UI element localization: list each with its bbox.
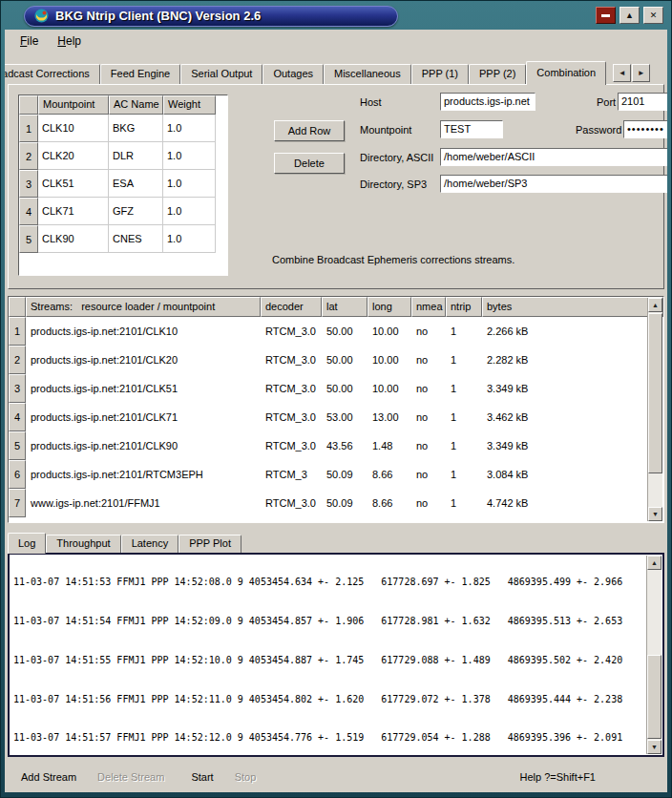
stream-lat[interactable]: 43.56 <box>322 431 368 460</box>
col-header-streams[interactable]: Streams: resource loader / mountpoint <box>26 297 261 317</box>
stream-bytes[interactable]: 3.084 kB <box>482 460 533 489</box>
stream-decoder[interactable]: RTCM_3.0 <box>261 374 322 403</box>
log-area[interactable]: 11-03-07 14:51:53 FFMJ1 PPP 14:52:08.0 9… <box>8 553 664 757</box>
cell-mountpoint[interactable]: CLK51 <box>38 170 109 198</box>
stream-lat[interactable]: 50.00 <box>322 374 368 403</box>
cell-mountpoint[interactable]: CLK71 <box>38 198 109 225</box>
cell-ac-name[interactable]: ESA <box>109 170 163 198</box>
col-header-ac-name[interactable]: AC Name <box>109 95 163 115</box>
stream-source[interactable]: products.igs-ip.net:2101/CLK51 <box>26 374 261 403</box>
dir-sp3-input[interactable]: /home/weber/SP3 <box>440 175 667 193</box>
tab-scroll-left-button[interactable]: ◄ <box>613 64 631 82</box>
cell-mountpoint[interactable]: CLK10 <box>38 115 109 142</box>
stream-row[interactable]: 7 www.igs-ip.net:2101/FFMJ1 RTCM_3.0 50.… <box>9 489 663 517</box>
password-input[interactable]: •••••••• <box>623 120 667 138</box>
tab-throughput[interactable]: Throughput <box>46 535 120 553</box>
stop-button[interactable]: Stop <box>229 768 262 786</box>
dir-ascii-input[interactable]: /home/weber/ASCII <box>440 148 667 166</box>
cell-weight[interactable]: 1.0 <box>163 142 216 170</box>
stream-ntrip[interactable]: 1 <box>446 489 482 517</box>
stream-bytes[interactable]: 3.462 kB <box>482 403 533 431</box>
menu-file[interactable]: File <box>11 32 47 50</box>
stream-decoder[interactable]: RTCM_3.0 <box>261 489 322 517</box>
tab-scroll-right-button[interactable]: ► <box>632 64 650 82</box>
tab-combination[interactable]: Combination <box>526 61 606 85</box>
stream-source[interactable]: products.igs-ip.net:2101/CLK90 <box>26 431 261 460</box>
cell-mountpoint[interactable]: CLK20 <box>38 142 109 170</box>
combination-row[interactable]: 5 CLK90 CNES 1.0 <box>19 225 227 253</box>
scrollbar-thumb[interactable] <box>647 655 662 739</box>
stream-bytes[interactable]: 4.742 kB <box>482 489 533 517</box>
tab-ppp-2[interactable]: PPP (2) <box>469 64 526 84</box>
log-scrollbar[interactable]: ▲ ▼ <box>646 556 662 754</box>
col-header-long[interactable]: long <box>368 297 411 317</box>
streams-table[interactable]: Streams: resource loader / mountpoint de… <box>8 296 664 523</box>
cell-weight[interactable]: 1.0 <box>163 115 216 142</box>
stream-bytes[interactable]: 2.282 kB <box>482 346 533 374</box>
stream-row[interactable]: 2 products.igs-ip.net:2101/CLK20 RTCM_3.… <box>9 346 663 374</box>
col-header-mountpoint[interactable]: Mountpoint <box>38 95 109 115</box>
combination-row[interactable]: 3 CLK51 ESA 1.0 <box>19 170 227 198</box>
scroll-up-icon[interactable]: ▲ <box>648 298 662 312</box>
tab-outages[interactable]: Outages <box>262 64 324 84</box>
stream-source[interactable]: products.igs-ip.net:2101/CLK20 <box>26 346 261 374</box>
col-header-decoder[interactable]: decoder <box>261 297 322 317</box>
stream-ntrip[interactable]: 1 <box>446 374 482 403</box>
combination-row[interactable]: 4 CLK71 GFZ 1.0 <box>19 198 227 225</box>
col-header-weight[interactable]: Weight <box>163 95 216 115</box>
col-header-nmea[interactable]: nmea <box>411 297 446 317</box>
stream-nmea[interactable]: no <box>411 460 446 489</box>
help-button[interactable]: Help ?=Shift+F1 <box>514 768 602 786</box>
stream-lat[interactable]: 53.00 <box>322 403 368 431</box>
minimize-button[interactable] <box>596 7 616 24</box>
tab-log[interactable]: Log <box>8 533 46 554</box>
streams-scrollbar[interactable]: ▲ ▼ <box>647 298 662 521</box>
tab-miscellaneous[interactable]: Miscellaneous <box>324 64 411 84</box>
tab-serial-output[interactable]: Serial Output <box>180 64 262 84</box>
stream-long[interactable]: 10.00 <box>368 374 411 403</box>
stream-decoder[interactable]: RTCM_3.0 <box>261 403 322 431</box>
stream-long[interactable]: 10.00 <box>368 346 411 374</box>
stream-source[interactable]: www.igs-ip.net:2101/FFMJ1 <box>26 489 261 517</box>
stream-decoder[interactable]: RTCM_3.0 <box>261 431 322 460</box>
stream-bytes[interactable]: 3.349 kB <box>482 374 533 403</box>
tab-broadcast-corrections[interactable]: Broadcast Corrections <box>5 64 100 84</box>
close-button[interactable]: ✕ <box>643 7 663 24</box>
stream-ntrip[interactable]: 1 <box>446 317 482 346</box>
delete-button[interactable]: Delete <box>274 153 345 174</box>
menu-help[interactable]: Help <box>49 32 90 50</box>
stream-nmea[interactable]: no <box>411 489 446 517</box>
combination-row[interactable]: 1 CLK10 BKG 1.0 <box>19 115 227 142</box>
stream-nmea[interactable]: no <box>411 317 446 346</box>
combination-row[interactable]: 2 CLK20 DLR 1.0 <box>19 142 227 170</box>
scroll-down-icon[interactable]: ▼ <box>647 740 662 754</box>
stream-row[interactable]: 6 products.igs-ip.net:2101/RTCM3EPH RTCM… <box>9 460 663 489</box>
cell-ac-name[interactable]: CNES <box>109 225 163 253</box>
stream-ntrip[interactable]: 1 <box>446 403 482 431</box>
col-header-bytes[interactable]: bytes <box>482 297 663 317</box>
start-button[interactable]: Start <box>185 768 219 786</box>
stream-row[interactable]: 4 products.igs-ip.net:2101/CLK71 RTCM_3.… <box>9 403 663 431</box>
stream-long[interactable]: 13.00 <box>368 403 411 431</box>
cell-ac-name[interactable]: DLR <box>109 142 163 170</box>
delete-stream-button[interactable]: Delete Stream <box>92 768 170 786</box>
cell-ac-name[interactable]: BKG <box>109 115 163 142</box>
stream-long[interactable]: 10.00 <box>368 317 411 346</box>
tab-ppp-1[interactable]: PPP (1) <box>411 64 469 84</box>
stream-nmea[interactable]: no <box>411 431 446 460</box>
title-bar[interactable]: BKG Ntrip Client (BNC) Version 2.6 ▲ ✕ <box>5 4 667 28</box>
port-input[interactable]: 2101 <box>618 93 667 111</box>
stream-lat[interactable]: 50.09 <box>322 489 368 517</box>
tab-ppp-plot[interactable]: PPP Plot <box>178 535 242 553</box>
stream-bytes[interactable]: 2.266 kB <box>482 317 533 346</box>
stream-long[interactable]: 1.48 <box>368 431 411 460</box>
stream-bytes[interactable]: 3.349 kB <box>482 431 533 460</box>
stream-ntrip[interactable]: 1 <box>446 460 482 489</box>
stream-nmea[interactable]: no <box>411 346 446 374</box>
col-header-lat[interactable]: lat <box>322 297 368 317</box>
shade-button[interactable]: ▲ <box>620 7 640 24</box>
stream-row[interactable]: 1 products.igs-ip.net:2101/CLK10 RTCM_3.… <box>9 317 663 346</box>
scroll-up-icon[interactable]: ▲ <box>647 556 662 570</box>
stream-source[interactable]: products.igs-ip.net:2101/CLK71 <box>26 403 261 431</box>
cell-ac-name[interactable]: GFZ <box>109 198 163 225</box>
